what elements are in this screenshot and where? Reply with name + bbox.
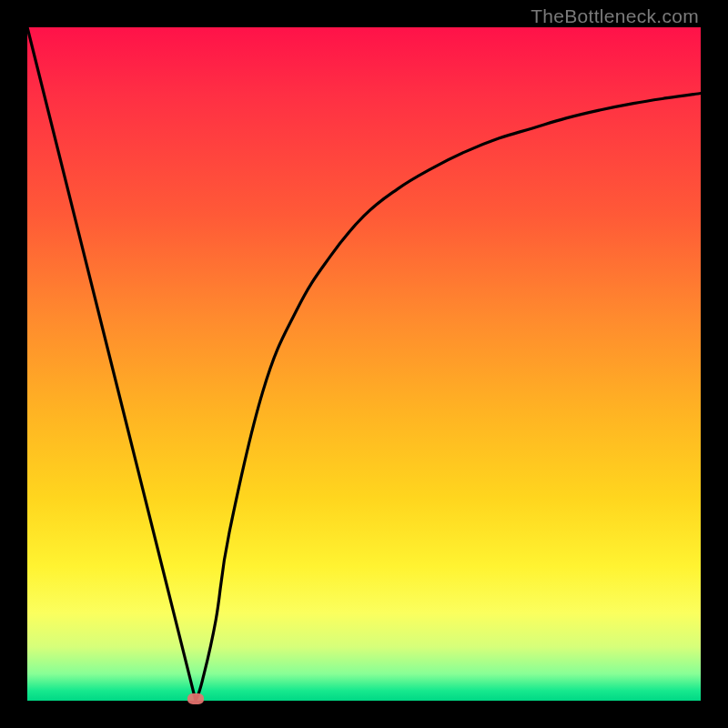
bottleneck-curve	[27, 27, 701, 701]
chart-container: TheBottleneck.com	[0, 0, 728, 728]
plot-area	[27, 27, 701, 701]
curve-path	[27, 27, 701, 701]
optimum-marker	[187, 693, 204, 704]
watermark-label: TheBottleneck.com	[531, 5, 699, 27]
